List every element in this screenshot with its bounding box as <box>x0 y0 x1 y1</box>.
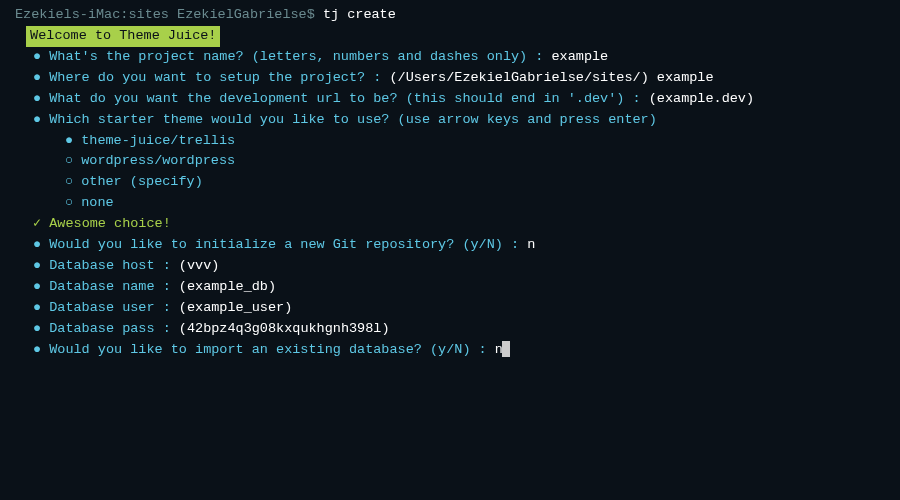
bullet-selected-icon: ● <box>65 133 73 148</box>
shell-host: Ezekiels-iMac <box>15 7 120 22</box>
bullet-icon: ● <box>33 112 41 127</box>
prompt-answer[interactable]: (example.dev) <box>649 91 754 106</box>
cursor <box>502 341 510 357</box>
bullet-icon: ● <box>33 321 41 336</box>
option-label: none <box>81 195 113 210</box>
prompt-line: ● Which starter theme would you like to … <box>15 110 885 131</box>
prompt-text: What's the project name? (letters, numbe… <box>49 49 527 64</box>
confirm-text: Awesome choice! <box>49 216 171 231</box>
prompt-answer[interactable]: n <box>527 237 535 252</box>
banner-line: Welcome to Theme Juice! <box>15 26 885 47</box>
bullet-icon: ● <box>33 258 41 273</box>
prompt-answer[interactable]: (example_db) <box>179 279 276 294</box>
bullet-icon: ● <box>33 49 41 64</box>
prompt-answer[interactable]: example <box>552 49 609 64</box>
prompt-text: What do you want the development url to … <box>49 91 624 106</box>
theme-option[interactable]: ○ none <box>15 193 885 214</box>
shell-prompt-line: Ezekiels-iMac:sites EzekielGabrielse$ tj… <box>15 5 885 26</box>
prompt-line: ● What do you want the development url t… <box>15 89 885 110</box>
prompt-answer[interactable]: (42bpz4q3g08kxqukhgnh398l) <box>179 321 390 336</box>
shell-user: EzekielGabrielse <box>177 7 307 22</box>
prompt-line: ● Database user : (example_user) <box>15 298 885 319</box>
prompt-line: ● Database name : (example_db) <box>15 277 885 298</box>
option-label: wordpress/wordpress <box>81 153 235 168</box>
bullet-icon: ● <box>33 91 41 106</box>
confirm-line: ✓ Awesome choice! <box>15 214 885 235</box>
prompt-text: Database pass <box>49 321 154 336</box>
prompt-text: Database user <box>49 300 154 315</box>
prompt-text: Where do you want to setup the project? <box>49 70 365 85</box>
option-label: theme-juice/trellis <box>81 133 235 148</box>
bullet-unselected-icon: ○ <box>65 195 73 210</box>
theme-option[interactable]: ○ other (specify) <box>15 172 885 193</box>
bullet-unselected-icon: ○ <box>65 174 73 189</box>
prompt-text: Would you like to import an existing dat… <box>49 342 470 357</box>
bullet-icon: ● <box>33 237 41 252</box>
bullet-icon: ● <box>33 342 41 357</box>
theme-option[interactable]: ○ wordpress/wordpress <box>15 151 885 172</box>
prompt-answer[interactable]: (example_user) <box>179 300 292 315</box>
welcome-banner: Welcome to Theme Juice! <box>26 26 220 47</box>
prompt-line: ● Where do you want to setup the project… <box>15 68 885 89</box>
bullet-icon: ● <box>33 300 41 315</box>
bullet-icon: ● <box>33 279 41 294</box>
prompt-line: ● Database host : (vvv) <box>15 256 885 277</box>
option-label: other (specify) <box>81 174 203 189</box>
check-icon: ✓ <box>33 216 41 231</box>
shell-command[interactable]: tj create <box>323 7 396 22</box>
prompt-answer[interactable]: (/Users/EzekielGabrielse/sites/) example <box>389 70 713 85</box>
prompt-text: Database name <box>49 279 154 294</box>
bullet-icon: ● <box>33 70 41 85</box>
shell-path: sites <box>128 7 169 22</box>
prompt-line: ● What's the project name? (letters, num… <box>15 47 885 68</box>
prompt-text: Would you like to initialize a new Git r… <box>49 237 503 252</box>
bullet-unselected-icon: ○ <box>65 153 73 168</box>
prompt-answer[interactable]: (vvv) <box>179 258 220 273</box>
theme-option[interactable]: ● theme-juice/trellis <box>15 131 885 152</box>
prompt-text: Database host <box>49 258 154 273</box>
prompt-line: ● Would you like to initialize a new Git… <box>15 235 885 256</box>
prompt-line: ● Would you like to import an existing d… <box>15 340 885 361</box>
prompt-line: ● Database pass : (42bpz4q3g08kxqukhgnh3… <box>15 319 885 340</box>
prompt-text: Which starter theme would you like to us… <box>49 112 657 127</box>
